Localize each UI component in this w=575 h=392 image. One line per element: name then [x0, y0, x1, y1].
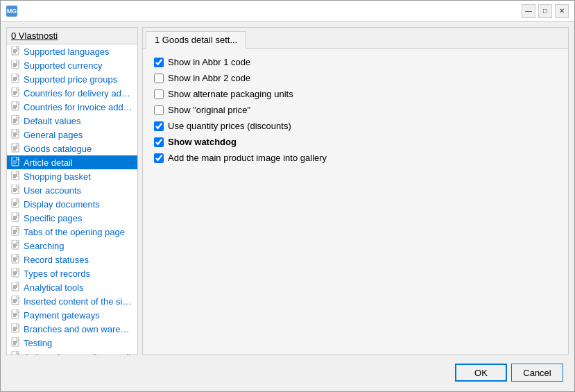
minimize-button[interactable]: — [522, 4, 535, 18]
checkbox-show-original-price[interactable] [154, 105, 164, 115]
sidebar-item-label: Action when sending email [24, 352, 131, 356]
checkbox-label-show-alt-packaging: Show alternate packaging units [168, 89, 293, 99]
window-content: 0 Vlastnosti Supported languages Support… [1, 22, 574, 391]
sidebar-item-label: Record statuses [24, 255, 89, 265]
sidebar-item-general-pages[interactable]: General pages [7, 128, 137, 142]
checkboxes-container: Show in Abbr 1 codeShow in Abbr 2 codeSh… [154, 57, 557, 163]
main-area: 0 Vlastnosti Supported languages Support… [6, 27, 569, 355]
sidebar-items-container: Supported languages Supported currency S… [7, 44, 137, 355]
sidebar-item-label: Types of records [24, 269, 90, 279]
document-icon [11, 157, 21, 168]
checkbox-row-show-original-price: Show "original price" [154, 105, 557, 115]
title-bar: MG — □ ✕ [1, 1, 574, 22]
maximize-button[interactable]: □ [538, 4, 552, 18]
sidebar-item-user-accounts[interactable]: User accounts [7, 183, 137, 197]
document-icon [11, 87, 21, 99]
close-button[interactable]: ✕ [555, 4, 569, 18]
tab-bar: 1 Goods detail sett... [143, 28, 568, 49]
document-icon [11, 282, 21, 293]
sidebar-item-default-values[interactable]: Default values [7, 114, 137, 128]
sidebar-item-supported-languages[interactable]: Supported languages [7, 44, 137, 58]
sidebar-item-label: Payment gateways [24, 310, 100, 321]
checkbox-row-use-quantity-prices: Use quantity prices (discounts) [154, 121, 557, 131]
document-icon [11, 101, 21, 112]
sidebar-item-searching[interactable]: Searching [7, 239, 137, 253]
sidebar-item-label: Shopping basket [24, 171, 91, 182]
document-icon [11, 240, 21, 251]
document-icon [11, 226, 21, 237]
document-icon [11, 129, 21, 140]
sidebar-item-countries-invoice[interactable]: Countries for invoice addresses [7, 100, 137, 114]
sidebar-item-types-of-records[interactable]: Types of records [7, 266, 137, 280]
app-icon: MG [6, 6, 17, 17]
sidebar-item-goods-catalogue[interactable]: Goods catalogue [7, 142, 137, 155]
sidebar-header: 0 Vlastnosti [7, 28, 137, 44]
document-icon [11, 185, 21, 196]
sidebar-item-label: Specific pages [24, 213, 83, 223]
sidebar-item-label: Goods catalogue [24, 144, 92, 154]
sidebar-item-supported-currency[interactable]: Supported currency [7, 58, 137, 72]
sidebar-item-label: Supported currency [24, 60, 102, 71]
title-bar-left: MG [6, 6, 17, 17]
sidebar-item-article-detail[interactable]: Article detail [7, 155, 137, 169]
sidebar-item-action-sending-email[interactable]: Action when sending email [7, 350, 137, 355]
document-icon [11, 351, 21, 355]
checkbox-show-watchdog[interactable] [154, 137, 164, 147]
sidebar-item-label: User accounts [24, 185, 81, 196]
sidebar-item-label: Searching [24, 241, 65, 251]
sidebar-item-label: Supported languages [24, 46, 110, 57]
document-icon [11, 198, 21, 210]
tabs-container: 1 Goods detail sett... [146, 31, 248, 48]
sidebar-item-label: Branches and own warehouses [24, 324, 133, 334]
document-icon [11, 115, 21, 126]
checkbox-label-show-original-price: Show "original price" [168, 105, 250, 115]
sidebar-item-tabs-opening-page[interactable]: Tabs of the opening page [7, 225, 137, 239]
document-icon [11, 74, 21, 85]
checkbox-use-quantity-prices[interactable] [154, 121, 164, 131]
cancel-button[interactable]: Cancel [511, 364, 563, 382]
checkbox-show-abbr2[interactable] [154, 74, 164, 83]
sidebar-item-shopping-basket[interactable]: Shopping basket [7, 169, 137, 183]
checkbox-add-main-product-image[interactable] [154, 153, 164, 163]
document-icon [11, 143, 21, 154]
document-icon [11, 212, 21, 223]
sidebar-item-testing[interactable]: Testing [7, 336, 137, 350]
sidebar-item-display-documents[interactable]: Display documents [7, 197, 137, 211]
sidebar-item-inserted-content[interactable]: Inserted content of the sites [7, 294, 137, 308]
sidebar-item-specific-pages[interactable]: Specific pages [7, 211, 137, 225]
checkbox-label-show-abbr2: Show in Abbr 2 code [168, 73, 250, 83]
checkbox-label-use-quantity-prices: Use quantity prices (discounts) [168, 121, 291, 131]
document-icon [11, 296, 21, 307]
checkbox-row-show-watchdog: Show watchdog [154, 137, 557, 147]
main-window: MG — □ ✕ 0 Vlastnosti Supported language… [0, 0, 575, 392]
sidebar: 0 Vlastnosti Supported languages Support… [6, 27, 138, 355]
sidebar-item-label: Countries for delivery address [24, 88, 133, 99]
sidebar-item-analytical-tools[interactable]: Analytical tools [7, 280, 137, 294]
sidebar-item-branches-warehouses[interactable]: Branches and own warehouses [7, 322, 137, 336]
document-icon [11, 268, 21, 279]
sidebar-item-label: Display documents [24, 199, 100, 210]
svg-rect-88 [12, 351, 19, 355]
sidebar-item-supported-price-groups[interactable]: Supported price groups [7, 72, 137, 86]
document-icon [11, 309, 21, 321]
document-icon [11, 46, 21, 57]
document-icon [11, 337, 21, 348]
sidebar-item-label: Testing [24, 338, 52, 348]
checkbox-show-alt-packaging[interactable] [154, 90, 164, 99]
sidebar-item-label: Article detail [24, 157, 73, 168]
tab-goods-detail-settings[interactable]: 1 Goods detail sett... [146, 31, 246, 49]
bottom-bar: OK Cancel [6, 359, 569, 386]
ok-button[interactable]: OK [455, 364, 507, 382]
document-icon [11, 171, 21, 182]
sidebar-item-label: Supported price groups [24, 74, 117, 85]
checkbox-row-show-alt-packaging: Show alternate packaging units [154, 89, 557, 99]
checkbox-label-show-watchdog: Show watchdog [168, 137, 237, 147]
title-bar-controls: — □ ✕ [522, 4, 569, 18]
checkbox-show-abbr1[interactable] [154, 58, 164, 67]
sidebar-item-countries-delivery[interactable]: Countries for delivery address [7, 86, 137, 100]
checkbox-row-show-abbr1: Show in Abbr 1 code [154, 57, 557, 67]
sidebar-item-label: General pages [24, 130, 83, 140]
sidebar-item-payment-gateways[interactable]: Payment gateways [7, 308, 137, 322]
sidebar-item-label: Default values [24, 116, 80, 126]
sidebar-item-record-statuses[interactable]: Record statuses [7, 253, 137, 266]
